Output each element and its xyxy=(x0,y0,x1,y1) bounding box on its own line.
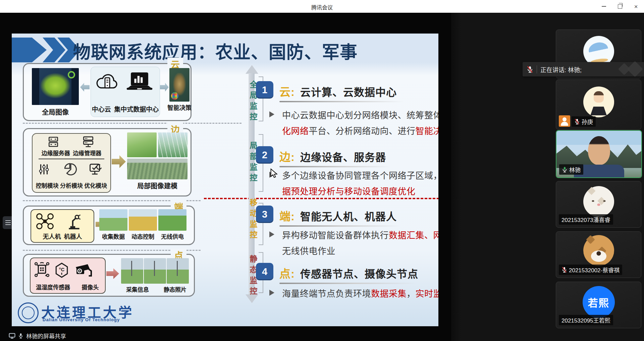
participant-name: 林驰 xyxy=(559,164,583,175)
server-manager-icon xyxy=(82,136,94,148)
mouse-cursor xyxy=(270,168,278,178)
arrow-right-icon xyxy=(112,155,126,168)
weather-station-photo xyxy=(144,258,166,284)
screen-share-icon xyxy=(9,333,15,339)
close-icon: × xyxy=(634,3,638,10)
participant-name: 2021532095王若熙 xyxy=(559,315,613,325)
mic-muted-icon xyxy=(574,118,580,125)
close-button[interactable]: × xyxy=(633,3,639,10)
minimize-icon xyxy=(602,6,606,7)
ring-chart-icon xyxy=(171,92,178,100)
participant-tile[interactable]: 若熙 2021532095王若熙 xyxy=(556,282,641,328)
robot-arm-icon xyxy=(66,214,82,230)
avatar: 若熙 xyxy=(583,286,615,318)
global-image-caption: 全局图像 xyxy=(32,107,79,117)
cloud-server-icon xyxy=(96,72,118,91)
heading-underline xyxy=(279,283,417,284)
mic-muted-icon xyxy=(527,66,533,73)
meeting-main-area: 录制中 物联网系统应用：农业、国防、军事 云 全局图像 xyxy=(0,13,644,341)
item-key-device: 端: xyxy=(279,210,295,223)
axis-arrow-up-icon xyxy=(246,65,258,74)
weather-station-photo xyxy=(121,258,143,284)
camera-caption: 摄像头 xyxy=(77,283,103,291)
speaking-banner: 正在讲话: 林驰; xyxy=(523,62,644,76)
bullet-text-2: 多个边缘设备协同管理各个网络子区域，进行区域内终端控制、数 据预处理分析与移动设… xyxy=(282,167,438,198)
central-cloud-caption: 中心云 集中式数据中心 xyxy=(91,104,160,113)
smart-decision-thumbnail xyxy=(169,68,190,102)
drone-icon xyxy=(36,213,54,230)
edge-modules-panel: 边缘服务器 边缘管理器 xyxy=(32,133,111,193)
farm-photo xyxy=(127,132,157,157)
share-status-bar: 林驰的屏幕共享 xyxy=(0,330,460,341)
heading-underline xyxy=(279,101,404,102)
device-caption: 无人机 机器人 xyxy=(31,232,94,240)
sensor-caption: 温湿度传感器 xyxy=(31,283,75,291)
central-cloud-panel: 中心云 集中式数据中心 xyxy=(91,67,160,117)
member-badge-icon xyxy=(559,115,570,127)
list-toolbar-icon xyxy=(5,220,11,221)
laptop-chart-icon xyxy=(126,72,153,91)
node-layer-box: 点 °C xyxy=(23,254,195,297)
participant-tile[interactable]: 2021532073潘喜睿 xyxy=(556,181,641,228)
bullet-text-4: 海量终端节点负责环境数据采集，实时监测网络区域 xyxy=(282,285,438,301)
participant-tile[interactable]: 2021532002-蔡睿祺 xyxy=(556,231,641,278)
item-number-2: 2 xyxy=(256,146,273,164)
drone-field-photo xyxy=(99,209,127,231)
mic-icon xyxy=(18,333,23,339)
field-rows-photo xyxy=(127,159,187,179)
sliders-icon xyxy=(38,163,50,176)
item-number-3: 3 xyxy=(256,206,273,223)
university-emblem-icon xyxy=(18,302,39,323)
participant-name: 2021532073潘喜睿 xyxy=(559,214,613,225)
server-rack-icon xyxy=(47,136,59,148)
slide-title: 物联网系统应用：农业、国防、军事 xyxy=(73,38,358,63)
minimize-button[interactable] xyxy=(600,3,607,10)
window-titlebar: 腾讯会议 × xyxy=(0,0,644,13)
svg-text:°C: °C xyxy=(59,267,65,272)
item-heading-4: 点:传感器节点、摄像头节点 xyxy=(279,265,418,281)
node-photo-caption: 静态照片 xyxy=(157,285,194,293)
university-name-en: Dalian University Of Technology xyxy=(43,317,120,322)
device-photo-caption: 动态控制 xyxy=(129,232,157,240)
screen-share-view: 录制中 物联网系统应用：农业、国防、军事 云 全局图像 xyxy=(12,34,438,326)
item-heading-1: 云:云计算、云数据中心 xyxy=(279,83,397,99)
cloud-layer-box: 云 全局图像 xyxy=(23,63,192,121)
item-key-edge: 边: xyxy=(279,151,295,163)
item-number-4: 4 xyxy=(256,263,273,280)
arrow-left-icon xyxy=(80,83,90,92)
global-image-thumbnail xyxy=(32,68,79,105)
bullet-arrow-icon xyxy=(269,231,274,237)
weather-station-photo xyxy=(167,258,189,284)
item-number-1: 1 xyxy=(256,81,273,99)
monitor-check-icon xyxy=(89,163,102,176)
restore-button[interactable] xyxy=(616,3,623,10)
item-key-node: 点: xyxy=(279,268,295,280)
edge-modules-caption: 控制模块 分析模块 优化模块 xyxy=(33,181,110,189)
sensor-chip-icon xyxy=(33,262,51,278)
window-title: 腾讯会议 xyxy=(0,3,644,11)
participant-tile[interactable]: 孙庚 xyxy=(556,79,641,130)
device-icons-panel: 无人机 机器人 xyxy=(31,209,94,243)
decorative-shape xyxy=(627,61,643,77)
arrow-right-icon xyxy=(106,268,119,279)
edge-servers-caption: 边缘服务器 边缘管理器 xyxy=(33,149,110,157)
participants-panel: 正在讲话: 林驰; 孙庚 xyxy=(451,13,644,341)
bullet-text-3: 异构移动智能设备群体执行数据汇集、网络监控、 无线供电作业 xyxy=(282,227,438,258)
speaking-banner-label: 正在讲话: 林驰; xyxy=(540,65,582,74)
node-icons-panel: °C 温湿度传感器 摄像头 xyxy=(30,258,106,294)
avatar xyxy=(583,186,614,217)
title-banner-shape xyxy=(12,38,47,62)
smart-decision-caption: 智能决策 xyxy=(163,103,196,112)
dashed-divider xyxy=(23,123,241,124)
participant-tile-speaking[interactable]: 林驰 xyxy=(556,130,642,178)
video-art xyxy=(588,136,610,165)
module-tree-line xyxy=(39,159,104,159)
restore-icon xyxy=(618,4,622,9)
thermometer-icon: °C xyxy=(54,262,69,278)
arrow-right-icon xyxy=(160,83,169,92)
item-key-cloud: 云: xyxy=(279,86,295,98)
share-status-label: 林驰的屏幕共享 xyxy=(26,332,66,340)
avatar xyxy=(583,235,614,266)
device-photo-caption: 收集数据 xyxy=(99,232,127,240)
cctv-camera-icon xyxy=(74,264,94,279)
